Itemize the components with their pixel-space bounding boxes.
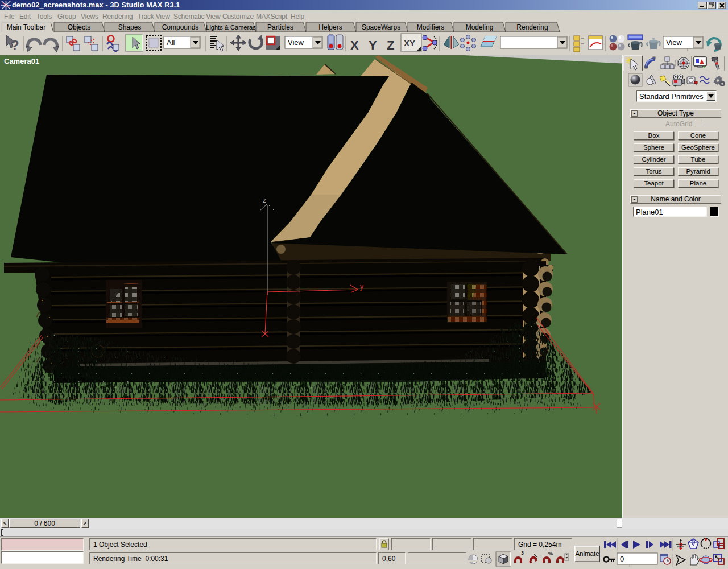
svg-text:Helpers: Helpers <box>318 23 342 31</box>
svg-text:Shapes: Shapes <box>118 23 142 31</box>
svg-text:z: z <box>263 196 266 204</box>
svg-text:XY: XY <box>404 38 415 48</box>
svg-text:Main Toolbar: Main Toolbar <box>7 23 46 31</box>
svg-text:?: ? <box>11 38 19 53</box>
svg-text:View: View <box>666 38 682 47</box>
svg-text:Camera01: Camera01 <box>4 57 39 65</box>
svg-text:Modifiers: Modifiers <box>417 23 445 31</box>
svg-text:%: % <box>548 551 553 556</box>
svg-text:Compounds: Compounds <box>162 23 199 31</box>
svg-text:Rendering: Rendering <box>516 23 548 31</box>
svg-text:X: X <box>350 38 359 52</box>
svg-text:SpaceWarps: SpaceWarps <box>362 23 400 31</box>
svg-text:Objects: Objects <box>68 23 91 31</box>
svg-text:Modeling: Modeling <box>466 23 494 31</box>
svg-text:0: 0 <box>620 555 624 563</box>
svg-text:Y: Y <box>369 38 377 52</box>
svg-text:All: All <box>167 38 175 47</box>
svg-text:Lights & Cameras: Lights & Cameras <box>206 24 256 31</box>
svg-text:View: View <box>288 38 304 47</box>
svg-text:3: 3 <box>521 550 524 556</box>
svg-text:Particles: Particles <box>267 23 293 31</box>
svg-text:Z: Z <box>387 38 394 52</box>
svg-text:y: y <box>360 283 363 291</box>
